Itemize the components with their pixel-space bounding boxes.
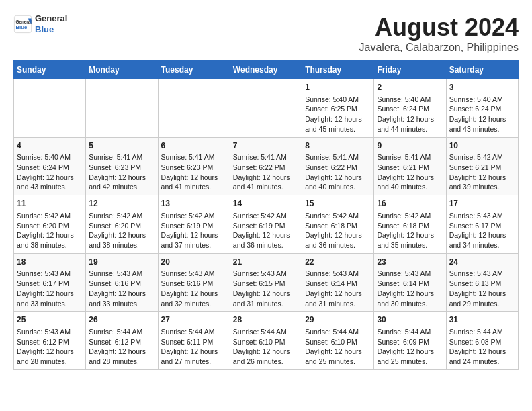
day-detail: and 27 minutes. xyxy=(161,357,212,365)
day-detail: Sunrise: 5:41 AM xyxy=(161,153,215,161)
day-detail: Sunrise: 5:44 AM xyxy=(377,328,431,336)
day-detail: Sunset: 6:18 PM xyxy=(305,222,357,230)
day-detail: and 43 minutes. xyxy=(17,183,67,191)
logo-icon: General Blue xyxy=(13,15,32,34)
logo: General Blue General Blue xyxy=(13,13,67,34)
calendar-day-cell: 22Sunrise: 5:43 AMSunset: 6:14 PMDayligh… xyxy=(302,253,374,312)
day-number: 3 xyxy=(449,82,515,93)
day-detail: Sunrise: 5:43 AM xyxy=(89,269,142,277)
day-detail: Sunrise: 5:41 AM xyxy=(89,153,142,161)
day-detail: Daylight: 12 hours xyxy=(305,115,362,123)
day-detail: Sunrise: 5:44 AM xyxy=(161,328,215,336)
day-detail: and 28 minutes. xyxy=(17,357,67,365)
day-detail: and 38 minutes. xyxy=(89,241,139,249)
day-of-week-header: Tuesday xyxy=(158,61,230,79)
day-detail: Daylight: 12 hours xyxy=(449,173,506,181)
day-detail: Sunrise: 5:43 AM xyxy=(449,269,503,277)
day-number: 9 xyxy=(377,140,443,152)
day-detail: Daylight: 12 hours xyxy=(377,231,434,239)
day-detail: Daylight: 12 hours xyxy=(89,173,146,181)
day-detail: Daylight: 12 hours xyxy=(449,231,506,239)
day-detail: Daylight: 12 hours xyxy=(17,231,74,239)
day-number: 18 xyxy=(17,257,83,268)
day-detail: Daylight: 12 hours xyxy=(377,289,434,298)
day-number: 12 xyxy=(89,198,154,210)
day-detail: Sunrise: 5:41 AM xyxy=(305,153,359,161)
calendar-week-row: 18Sunrise: 5:43 AMSunset: 6:17 PMDayligh… xyxy=(14,253,519,312)
day-detail: Sunrise: 5:44 AM xyxy=(305,328,359,336)
calendar-day-cell: 20Sunrise: 5:43 AMSunset: 6:16 PMDayligh… xyxy=(158,253,230,312)
day-detail: Sunset: 6:24 PM xyxy=(17,163,69,171)
day-number: 6 xyxy=(161,140,227,152)
calendar-day-cell: 14Sunrise: 5:42 AMSunset: 6:19 PMDayligh… xyxy=(230,195,302,254)
day-number: 10 xyxy=(449,140,515,152)
day-detail: and 39 minutes. xyxy=(449,183,500,191)
day-number: 13 xyxy=(161,198,227,210)
day-detail: Sunrise: 5:42 AM xyxy=(161,212,215,220)
day-detail: Daylight: 12 hours xyxy=(233,231,290,239)
days-of-week-row: SundayMondayTuesdayWednesdayThursdayFrid… xyxy=(14,61,519,79)
calendar-week-row: 1Sunrise: 5:40 AMSunset: 6:25 PMDaylight… xyxy=(14,79,519,138)
day-detail: Daylight: 12 hours xyxy=(233,173,290,181)
day-number: 21 xyxy=(233,257,299,268)
day-detail: and 42 minutes. xyxy=(89,183,139,191)
day-number: 15 xyxy=(305,198,371,210)
calendar-day-cell: 29Sunrise: 5:44 AMSunset: 6:10 PMDayligh… xyxy=(302,312,374,370)
day-detail: Sunset: 6:15 PM xyxy=(233,279,285,287)
day-detail: and 31 minutes. xyxy=(305,300,355,308)
calendar-week-row: 25Sunrise: 5:43 AMSunset: 6:12 PMDayligh… xyxy=(14,312,519,370)
day-detail: Sunset: 6:24 PM xyxy=(449,105,502,113)
calendar-day-cell xyxy=(86,79,158,138)
day-detail: and 35 minutes. xyxy=(377,241,427,249)
day-detail: Sunset: 6:10 PM xyxy=(233,338,285,346)
day-detail: Daylight: 12 hours xyxy=(377,347,434,355)
day-detail: and 36 minutes. xyxy=(233,241,283,249)
svg-text:Blue: Blue xyxy=(16,24,28,30)
day-number: 26 xyxy=(89,314,154,326)
day-detail: and 32 minutes. xyxy=(161,300,212,308)
calendar-day-cell: 7Sunrise: 5:41 AMSunset: 6:22 PMDaylight… xyxy=(230,137,302,195)
day-detail: Sunset: 6:23 PM xyxy=(89,163,141,171)
day-detail: and 33 minutes. xyxy=(17,300,67,308)
day-detail: Sunset: 6:09 PM xyxy=(377,338,429,346)
day-detail: Daylight: 12 hours xyxy=(161,289,218,298)
day-detail: Sunset: 6:11 PM xyxy=(161,338,214,346)
day-detail: and 45 minutes. xyxy=(305,125,355,133)
day-detail: and 33 minutes. xyxy=(89,300,139,308)
day-number: 20 xyxy=(161,257,227,268)
title-block: August 2024 Javalera, Calabarzon, Philip… xyxy=(359,13,519,54)
day-detail: Daylight: 12 hours xyxy=(305,289,362,298)
day-detail: Sunset: 6:22 PM xyxy=(233,163,285,171)
day-number: 19 xyxy=(89,257,154,268)
day-detail: and 24 minutes. xyxy=(449,357,500,365)
day-of-week-header: Saturday xyxy=(446,61,518,79)
calendar-table: SundayMondayTuesdayWednesdayThursdayFrid… xyxy=(13,60,519,370)
day-detail: Sunset: 6:14 PM xyxy=(377,279,429,287)
day-number: 27 xyxy=(161,314,227,326)
day-detail: Sunset: 6:23 PM xyxy=(161,163,214,171)
day-detail: and 38 minutes. xyxy=(17,241,67,249)
day-detail: Sunrise: 5:43 AM xyxy=(17,269,71,277)
calendar-week-row: 11Sunrise: 5:42 AMSunset: 6:20 PMDayligh… xyxy=(14,195,519,254)
day-detail: and 28 minutes. xyxy=(89,357,139,365)
day-detail: Sunrise: 5:42 AM xyxy=(233,212,287,220)
day-detail: Daylight: 12 hours xyxy=(89,231,146,239)
day-detail: Sunrise: 5:43 AM xyxy=(161,269,215,277)
calendar-day-cell: 13Sunrise: 5:42 AMSunset: 6:19 PMDayligh… xyxy=(158,195,230,254)
calendar-day-cell: 17Sunrise: 5:43 AMSunset: 6:17 PMDayligh… xyxy=(446,195,518,254)
day-detail: Daylight: 12 hours xyxy=(17,173,74,181)
calendar-body: 1Sunrise: 5:40 AMSunset: 6:25 PMDaylight… xyxy=(14,79,519,370)
calendar-day-cell: 23Sunrise: 5:43 AMSunset: 6:14 PMDayligh… xyxy=(374,253,446,312)
day-of-week-header: Sunday xyxy=(14,61,86,79)
calendar-day-cell: 12Sunrise: 5:42 AMSunset: 6:20 PMDayligh… xyxy=(86,195,158,254)
day-number: 29 xyxy=(305,314,371,326)
day-detail: Sunrise: 5:43 AM xyxy=(377,269,431,277)
day-number: 16 xyxy=(377,198,443,210)
day-detail: Sunset: 6:20 PM xyxy=(89,222,141,230)
day-detail: and 36 minutes. xyxy=(305,241,355,249)
calendar-day-cell: 3Sunrise: 5:40 AMSunset: 6:24 PMDaylight… xyxy=(446,79,518,138)
day-detail: and 29 minutes. xyxy=(449,300,500,308)
day-detail: and 31 minutes. xyxy=(233,300,283,308)
day-detail: Daylight: 12 hours xyxy=(161,347,218,355)
day-detail: Sunrise: 5:42 AM xyxy=(89,212,142,220)
